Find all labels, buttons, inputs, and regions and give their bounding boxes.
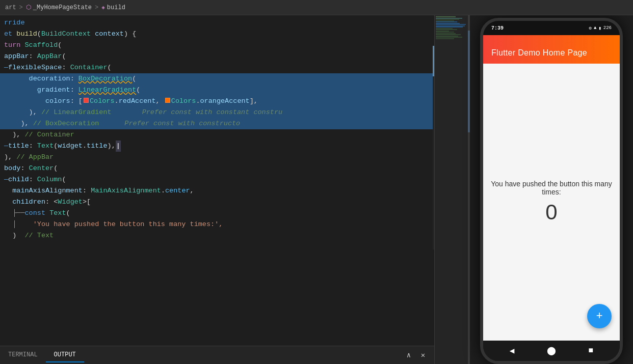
settings-icon: ⚙ <box>589 25 592 31</box>
code-token: ( <box>62 51 66 62</box>
breadcrumb-item-3: ◈ build <box>101 4 125 11</box>
battery-text: 226 <box>603 25 612 31</box>
code-token: // AppBar <box>16 152 54 163</box>
code-token: appBar <box>4 51 29 62</box>
code-token: : <box>20 163 29 174</box>
breadcrumb-item-2: ⬡ _MyHomePageState <box>26 4 92 11</box>
code-token <box>4 73 29 85</box>
breadcrumb-sep-1: > <box>19 4 23 11</box>
phone-status-bar: 7:39 ⚙ ▲ ▮ 226 <box>483 21 620 35</box>
fab-button[interactable]: + <box>587 304 612 328</box>
code-token: : <box>62 62 70 73</box>
main-area: rride et build(BuildContext context) { t… <box>0 15 633 364</box>
code-token: ) <box>4 230 25 241</box>
phone-nav-bar: ◀ ⬤ ■ <box>483 341 620 361</box>
close-icon[interactable]: ✕ <box>418 350 428 360</box>
code-token: // LinearGradient <box>41 107 112 118</box>
code-editor[interactable]: rride et build(BuildContext context) { t… <box>0 15 434 364</box>
code-line-highlighted: gradient: LinearGradient( <box>0 85 434 96</box>
code-token: ( <box>58 40 62 51</box>
code-token: Colors <box>90 96 115 107</box>
code-token: BoxDecoration <box>78 73 132 85</box>
code-token: — <box>4 174 8 185</box>
minimap <box>434 15 470 364</box>
code-token: ( <box>136 85 140 96</box>
code-token: Scaffold <box>25 40 58 51</box>
app-bar: Flutter Demo Home Page <box>483 35 620 64</box>
code-token: ( <box>66 208 70 219</box>
code-token: gradient <box>37 85 70 96</box>
code-token <box>4 85 37 96</box>
code-token: const <box>25 208 50 219</box>
bottom-panel: TERMINAL OUTPUT ∧ ✕ <box>0 346 434 364</box>
chevron-up-icon[interactable]: ∧ <box>404 350 414 360</box>
code-token: BuildContext <box>41 29 91 40</box>
code-token: : <box>70 85 78 96</box>
tab-terminal[interactable]: TERMINAL <box>0 348 46 362</box>
code-line: et build(BuildContext context) { <box>0 29 434 40</box>
code-token <box>4 96 45 107</box>
code-token: ( <box>108 62 112 73</box>
minimap-line <box>436 38 454 39</box>
code-line: ), // AppBar <box>0 152 434 163</box>
code-token: title <box>87 141 108 152</box>
breadcrumb-class: _MyHomePageState <box>33 4 92 11</box>
tab-output[interactable]: OUTPUT <box>46 348 84 362</box>
code-token: Text <box>37 141 54 152</box>
code-token: : <box>70 73 78 85</box>
code-token: redAccent <box>119 96 156 107</box>
hint-text: Prefer const with constructo <box>124 118 240 129</box>
dart-icon: ⬡ <box>26 4 31 11</box>
code-token: : <box>29 174 37 185</box>
code-token: : [ <box>70 96 83 107</box>
hint-text: Prefer const with constant constru <box>142 107 282 118</box>
code-token: ├── <box>4 208 25 219</box>
home-button[interactable]: ⬤ <box>547 346 556 356</box>
code-token: . <box>196 96 200 107</box>
battery-icon: ▮ <box>598 25 601 31</box>
breadcrumb-method: build <box>107 4 125 11</box>
code-token: 'You have pushed the button this many ti… <box>25 219 223 230</box>
code-token: flexibleSpace <box>8 62 62 73</box>
code-token: center <box>165 185 190 197</box>
code-token: decoration <box>29 73 70 85</box>
code-token: ( <box>54 163 58 174</box>
code-line: children: <Widget>[ <box>0 197 434 208</box>
phone-container: 7:39 ⚙ ▲ ▮ 226 Flutter Demo Home Page Yo… <box>470 15 633 364</box>
code-token: — <box>4 62 8 73</box>
code-token: AppBar <box>37 51 62 62</box>
code-token: : <box>29 141 37 152</box>
code-line: mainAxisAlignment: MainAxisAlignment.cen… <box>0 185 434 197</box>
code-token: ) { <box>124 29 136 40</box>
minimap-line <box>436 20 454 21</box>
code-token: : < <box>45 197 58 208</box>
code-token: LinearGradient <box>78 85 136 96</box>
code-token: ( <box>62 174 66 185</box>
app-bar-title: Flutter Demo Home Page <box>491 48 587 58</box>
code-token: ], <box>250 96 258 107</box>
code-line: body: Center( <box>0 163 434 174</box>
code-content[interactable]: rride et build(BuildContext context) { t… <box>0 15 434 346</box>
code-token: , <box>190 185 194 197</box>
counter-value: 0 <box>545 200 557 225</box>
counter-text: You have pushed the button this many tim… <box>483 180 620 196</box>
code-token: Colors <box>171 96 196 107</box>
code-token: // Container <box>25 129 74 141</box>
recents-button[interactable]: ■ <box>589 346 594 355</box>
code-token: Container <box>70 62 108 73</box>
code-token: Column <box>37 174 62 185</box>
back-button[interactable]: ◀ <box>510 346 515 356</box>
breadcrumb-item-1: art <box>5 4 16 11</box>
code-token: et <box>4 29 16 40</box>
code-line: —title: Text(widget.title),| <box>0 141 434 152</box>
code-token: : <box>83 185 91 197</box>
code-token: , <box>156 96 164 107</box>
minimap-scrollbar <box>468 15 470 364</box>
code-token: │ <box>4 219 25 230</box>
code-token: child <box>8 174 29 185</box>
code-line: │ 'You have pushed the button this many … <box>0 219 434 230</box>
code-token: // Text <box>25 230 54 241</box>
breadcrumb-sep-2: > <box>95 4 98 11</box>
code-line: rride <box>0 17 434 29</box>
code-token: . <box>161 185 165 197</box>
